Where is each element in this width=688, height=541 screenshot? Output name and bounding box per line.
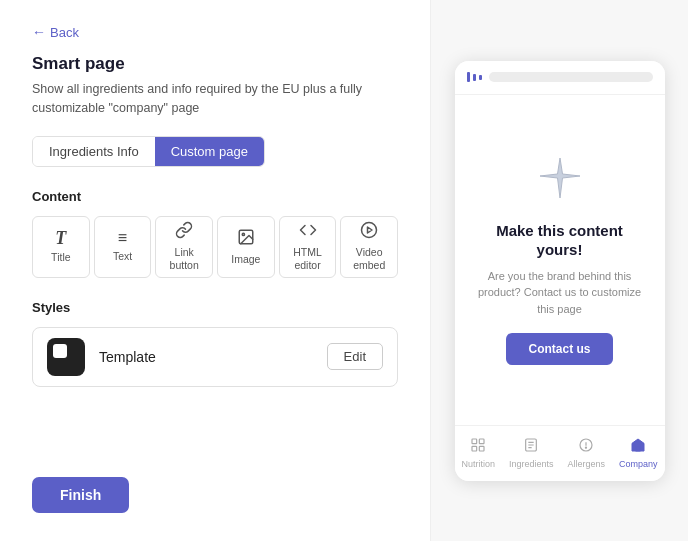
- svg-rect-5: [480, 439, 485, 444]
- nutrition-label: Nutrition: [461, 459, 495, 469]
- svg-rect-4: [472, 439, 477, 444]
- nav-allergens[interactable]: Allergens: [567, 437, 605, 469]
- nutrition-icon: [470, 437, 486, 457]
- styles-label: Styles: [32, 300, 398, 315]
- allergens-icon: [578, 437, 594, 457]
- tool-link[interactable]: Linkbutton: [155, 216, 213, 278]
- phone-frame: Make this content yours! Are you the bra…: [455, 61, 665, 481]
- main-container: ← Back Smart page Show all ingredients a…: [0, 0, 688, 541]
- image-icon: [237, 228, 255, 249]
- contact-us-button[interactable]: Contact us: [506, 333, 612, 365]
- text-label: Text: [113, 250, 132, 263]
- sparkle-icon: [536, 154, 584, 209]
- styles-section: Styles Template Edit: [32, 300, 398, 387]
- nav-nutrition[interactable]: Nutrition: [461, 437, 495, 469]
- company-label: Company: [619, 459, 658, 469]
- html-icon: [299, 221, 317, 242]
- back-link[interactable]: ← Back: [32, 24, 398, 40]
- tool-text[interactable]: ≡ Text: [94, 216, 152, 278]
- finish-button[interactable]: Finish: [32, 477, 129, 513]
- link-icon: [175, 221, 193, 242]
- bar-line-2: [473, 74, 476, 81]
- title-icon: T: [55, 229, 66, 247]
- svg-point-14: [586, 447, 587, 448]
- link-label: Linkbutton: [170, 246, 199, 271]
- bar-line-3: [479, 75, 482, 80]
- allergens-label: Allergens: [567, 459, 605, 469]
- tab-ingredients-info[interactable]: Ingredients Info: [33, 137, 155, 166]
- back-arrow-icon: ←: [32, 24, 46, 40]
- tool-video[interactable]: Videoembed: [340, 216, 398, 278]
- svg-rect-15: [636, 446, 640, 451]
- ingredients-label: Ingredients: [509, 459, 554, 469]
- back-label: Back: [50, 25, 79, 40]
- image-label: Image: [231, 253, 260, 266]
- tabs-container: Ingredients Info Custom page: [32, 136, 265, 167]
- template-card: Template Edit: [32, 327, 398, 387]
- phone-preview-content: Make this content yours! Are you the bra…: [455, 95, 665, 425]
- bar-line-1: [467, 72, 470, 82]
- phone-bottom-nav: Nutrition Ingredients: [455, 425, 665, 481]
- svg-rect-6: [472, 446, 477, 451]
- left-panel: ← Back Smart page Show all ingredients a…: [0, 0, 430, 541]
- content-section-label: Content: [32, 189, 398, 204]
- phone-top-placeholder: [489, 72, 653, 82]
- template-thumbnail: [47, 338, 85, 376]
- html-label: HTMLeditor: [293, 246, 322, 271]
- right-panel: Make this content yours! Are you the bra…: [430, 0, 688, 541]
- ingredients-icon: [523, 437, 539, 457]
- tab-custom-page[interactable]: Custom page: [155, 137, 264, 166]
- phone-brand-icon: [467, 72, 483, 82]
- phone-content-desc: Are you the brand behind this product? C…: [473, 268, 647, 318]
- tool-title[interactable]: T Title: [32, 216, 90, 278]
- title-label: Title: [51, 251, 70, 264]
- svg-rect-7: [480, 446, 485, 451]
- svg-marker-3: [368, 227, 373, 233]
- tool-html[interactable]: HTMLeditor: [279, 216, 337, 278]
- phone-top-bar: [455, 61, 665, 95]
- svg-point-2: [362, 223, 377, 238]
- edit-template-button[interactable]: Edit: [327, 343, 383, 370]
- video-label: Videoembed: [353, 246, 385, 271]
- template-name: Template: [99, 349, 313, 365]
- content-tools: T Title ≡ Text Linkbutton: [32, 216, 398, 278]
- video-icon: [360, 221, 378, 242]
- page-title: Smart page: [32, 54, 398, 74]
- company-icon: [630, 437, 646, 457]
- nav-ingredients[interactable]: Ingredients: [509, 437, 554, 469]
- svg-point-1: [242, 233, 244, 235]
- phone-content-title: Make this content yours!: [473, 221, 647, 260]
- text-icon: ≡: [118, 230, 127, 246]
- nav-company[interactable]: Company: [619, 437, 658, 469]
- tool-image[interactable]: Image: [217, 216, 275, 278]
- finish-button-container: Finish: [32, 477, 129, 513]
- page-description: Show all ingredients and info required b…: [32, 80, 398, 118]
